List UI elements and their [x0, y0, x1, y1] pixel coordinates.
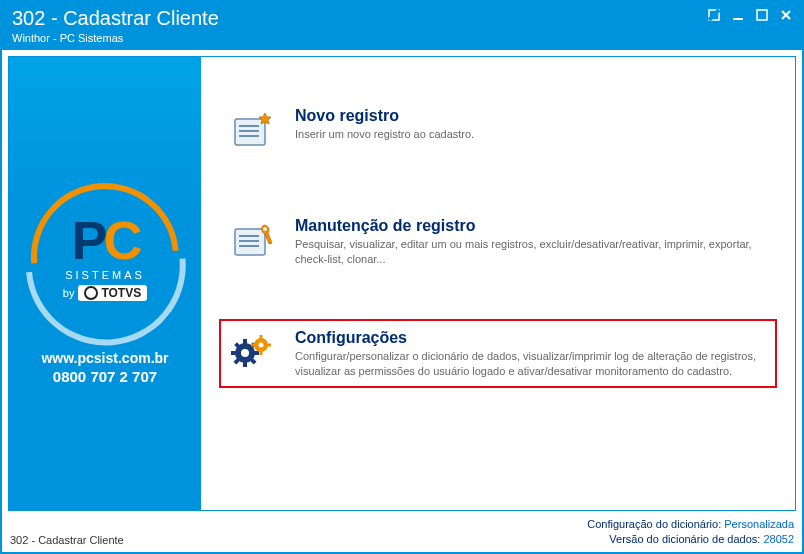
- option-text: Configurações Configurar/personalizar o …: [295, 329, 767, 379]
- svg-rect-19: [243, 362, 247, 367]
- option-text: Manutenção de registro Pesquisar, visual…: [295, 217, 767, 267]
- window-controls: [708, 8, 792, 24]
- statusbar: 302 - Cadastrar Cliente Configuração do …: [8, 515, 796, 546]
- settings-icon: [229, 329, 277, 377]
- sidebar-phone: 0800 707 2 707: [41, 368, 168, 385]
- svg-rect-28: [260, 335, 263, 339]
- svg-point-17: [241, 349, 249, 357]
- maintain-record-icon: [229, 217, 277, 265]
- window-subtitle: Winthor - PC Sistemas: [12, 32, 219, 44]
- svg-rect-29: [260, 351, 263, 355]
- svg-rect-18: [243, 339, 247, 344]
- status-config-row: Configuração do dicionário: Personalizad…: [587, 517, 794, 531]
- window-title: 302 - Cadastrar Cliente: [12, 6, 219, 30]
- option-configuracoes[interactable]: Configurações Configurar/personalizar o …: [219, 319, 777, 389]
- sidebar: PC SISTEMAS by TOTVS www.pcsist.com.br 0…: [9, 57, 201, 510]
- maximize-icon[interactable]: [756, 8, 768, 24]
- svg-rect-3: [757, 10, 767, 20]
- option-title: Manutenção de registro: [295, 217, 767, 235]
- status-right: Configuração do dicionário: Personalizad…: [587, 517, 794, 546]
- status-version-row: Versão do dicionário de dados: 28052: [587, 532, 794, 546]
- svg-rect-30: [267, 343, 271, 346]
- titlebar: 302 - Cadastrar Cliente Winthor - PC Sis…: [2, 2, 802, 50]
- option-text: Novo registro Inserir um novo registro a…: [295, 107, 767, 142]
- svg-rect-31: [251, 343, 255, 346]
- logo: PC SISTEMAS by TOTVS: [30, 182, 180, 332]
- option-manutencao-registro[interactable]: Manutenção de registro Pesquisar, visual…: [219, 207, 777, 277]
- new-record-icon: [229, 107, 277, 155]
- window-frame: 302 - Cadastrar Cliente Winthor - PC Sis…: [0, 0, 804, 554]
- logo-ring-icon: [1, 153, 210, 362]
- svg-point-15: [263, 227, 267, 231]
- content-area: Novo registro Inserir um novo registro a…: [201, 57, 795, 510]
- main-panel: PC SISTEMAS by TOTVS www.pcsist.com.br 0…: [8, 56, 796, 511]
- titlebar-text: 302 - Cadastrar Cliente Winthor - PC Sis…: [12, 6, 219, 44]
- status-left: 302 - Cadastrar Cliente: [10, 534, 124, 546]
- status-config-value: Personalizada: [724, 518, 794, 530]
- svg-point-27: [259, 342, 264, 347]
- svg-rect-21: [231, 351, 236, 355]
- option-desc: Inserir um novo registro ao cadastro.: [295, 127, 767, 142]
- close-icon[interactable]: [780, 8, 792, 24]
- status-version-value: 28052: [763, 533, 794, 545]
- svg-rect-20: [254, 351, 259, 355]
- window-body: PC SISTEMAS by TOTVS www.pcsist.com.br 0…: [2, 50, 802, 552]
- sidebar-url[interactable]: www.pcsist.com.br: [41, 350, 168, 366]
- minimize-icon[interactable]: [732, 8, 744, 24]
- status-config-label: Configuração do dicionário:: [587, 518, 721, 530]
- sidebar-contact: www.pcsist.com.br 0800 707 2 707: [41, 350, 168, 385]
- restore-icon[interactable]: [708, 8, 720, 24]
- option-desc: Configurar/personalizar o dicionário de …: [295, 349, 767, 379]
- status-version-label: Versão do dicionário de dados:: [609, 533, 760, 545]
- option-novo-registro[interactable]: Novo registro Inserir um novo registro a…: [219, 97, 777, 165]
- option-title: Configurações: [295, 329, 767, 347]
- option-title: Novo registro: [295, 107, 767, 125]
- svg-line-1: [709, 10, 719, 20]
- option-desc: Pesquisar, visualizar, editar um ou mais…: [295, 237, 767, 267]
